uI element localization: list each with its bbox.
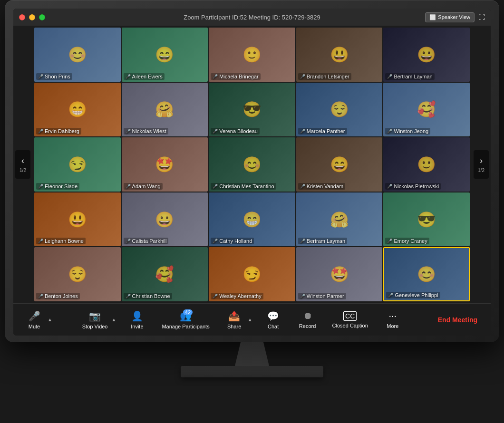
toolbar-center: 📷 Stop Video ▲ 👤 Invite 👥 42 (52, 308, 432, 331)
participant-label: 🎤Ervin Dahlberg (36, 128, 81, 135)
video-cell[interactable]: 🤩🎤Adam Wang (122, 137, 208, 192)
mute-chevron-icon[interactable]: ▲ (48, 317, 52, 322)
video-cell[interactable]: 😏🎤Wesley Abernathy (209, 247, 295, 301)
participant-label: 🎤Winston Jeong (385, 128, 430, 135)
toolbar-right: End Meeting (432, 312, 483, 327)
record-button[interactable]: ⏺ Record (294, 308, 321, 331)
mic-icon: 🎤 (387, 129, 392, 134)
stop-video-button[interactable]: 📷 Stop Video (78, 308, 112, 331)
video-cell[interactable]: 😊🎤Genevieve Philippi (383, 247, 470, 301)
left-page-indicator: 1/2 (19, 168, 26, 173)
record-icon: ⏺ (303, 310, 312, 321)
manage-participants-button[interactable]: 👥 42 Manage Participants (158, 308, 213, 331)
video-cell[interactable]: 😀🎤Bertram Layman (383, 28, 470, 82)
participant-name: Adam Wang (132, 183, 161, 189)
fullscreen-icon[interactable]: ⛶ (478, 13, 485, 21)
microphone-icon: 🎤 (29, 310, 40, 322)
participant-name: Emory Craney (394, 238, 427, 244)
video-cell[interactable]: 😏🎤Eleonor Slade (34, 137, 121, 192)
participant-name: Shon Prins (45, 74, 70, 79)
chat-icon: 💬 (267, 310, 279, 322)
mic-icon: 🎤 (126, 239, 131, 243)
closed-caption-button[interactable]: CC Closed Caption (329, 309, 372, 330)
video-cell[interactable]: 😄🎤Aileen Ewers (122, 28, 208, 82)
video-cell[interactable]: 😃🎤Leighann Bowne (34, 192, 121, 247)
mic-icon: 🎤 (213, 239, 218, 243)
share-chevron-icon[interactable]: ▲ (248, 317, 252, 322)
end-meeting-button[interactable]: End Meeting (432, 312, 483, 327)
participant-label: 🎤Christian Bowne (124, 293, 172, 299)
mic-icon: 🎤 (38, 239, 43, 243)
video-cell[interactable]: 😎🎤Verena Bilodeau (209, 83, 295, 137)
participants-count-badge: 42 (183, 309, 193, 315)
participant-name: Nickolas Pietrowski (394, 183, 439, 189)
video-cell[interactable]: 🥰🎤Winston Jeong (383, 83, 470, 137)
record-label: Record (299, 323, 316, 329)
video-cell[interactable]: 😄🎤Kristen Vandam (296, 137, 383, 192)
video-cell[interactable]: 🤗🎤Nickolas Wiest (122, 83, 208, 137)
video-cell[interactable]: 🤩🎤Winston Parmer (296, 247, 383, 301)
participant-name: Kristen Vandam (307, 183, 343, 189)
video-cell[interactable]: 😌🎤Benton Joines (34, 247, 121, 301)
more-button[interactable]: ··· More (379, 308, 406, 331)
participant-label: 🎤Emory Craney (385, 238, 429, 244)
mic-icon: 🎤 (387, 74, 392, 79)
participant-label: 🎤Leighann Bowne (36, 238, 86, 244)
video-cell[interactable]: 😀🎤Calista Parkhill (122, 192, 208, 247)
participant-name: Christian Mes Tarantino (219, 183, 274, 189)
traffic-lights (19, 14, 45, 20)
monitor-screen: Zoom Participant ID:52 Meeting ID: 520-7… (13, 9, 491, 336)
mic-icon: 🎤 (213, 184, 218, 189)
video-cell[interactable]: 😎🎤Emory Craney (383, 192, 470, 247)
mic-icon: 🎤 (300, 74, 305, 79)
share-button[interactable]: 📤 Share (221, 308, 248, 331)
monitor-outer: Zoom Participant ID:52 Meeting ID: 520-7… (0, 0, 504, 423)
invite-icon: 👤 (131, 310, 143, 322)
mic-icon: 🎤 (300, 239, 305, 243)
participant-label: 🎤Calista Parkhill (124, 238, 169, 244)
mute-button[interactable]: 🎤 Mute (21, 308, 48, 331)
video-cell[interactable]: 😌🎤Marcela Panther (296, 83, 383, 137)
participant-name: Ervin Dahlberg (45, 128, 79, 134)
toolbar: 🎤 Mute ▲ 📷 Stop Video ▲ 👤 (13, 303, 491, 336)
invite-label: Invite (131, 324, 143, 329)
video-cell[interactable]: 🤗🎤Bertram Layman (296, 192, 383, 247)
minimize-button[interactable] (29, 14, 35, 20)
top-right-controls: ⬜ Speaker View ⛶ (425, 12, 485, 22)
mic-icon: 🎤 (387, 184, 392, 189)
participant-label: 🎤Nickolas Pietrowski (385, 183, 441, 190)
participant-name: Cathy Holland (219, 238, 252, 244)
monitor-stand-neck (223, 342, 281, 366)
participant-label: 🎤Marcela Panther (298, 128, 347, 135)
video-cell[interactable]: 🥰🎤Christian Bowne (122, 247, 208, 301)
chevron-left-icon: ‹ (21, 156, 24, 166)
participant-label: 🎤Verena Bilodeau (211, 128, 260, 135)
participant-name: Aileen Ewers (132, 74, 163, 79)
participant-label: 🎤Christian Mes Tarantino (211, 183, 276, 190)
participant-label: 🎤Benton Joines (36, 293, 80, 299)
monitor-stand-base (181, 366, 323, 377)
fullscreen-button[interactable] (39, 14, 45, 20)
chevron-right-icon: › (480, 156, 483, 166)
close-button[interactable] (19, 14, 25, 20)
video-cell[interactable]: 😁🎤Ervin Dahlberg (34, 83, 121, 137)
participant-label: 🎤Winston Parmer (298, 293, 346, 299)
video-chevron-icon[interactable]: ▲ (111, 317, 116, 322)
mic-icon: 🎤 (126, 129, 131, 134)
video-cell[interactable]: 🙂🎤Micaela Brinegar (209, 28, 295, 82)
nav-previous-button[interactable]: ‹ 1/2 (15, 150, 30, 179)
mic-icon: 🎤 (126, 294, 131, 298)
invite-button[interactable]: 👤 Invite (124, 308, 150, 331)
speaker-view-button[interactable]: ⬜ Speaker View (425, 12, 475, 22)
video-cell[interactable]: 😁🎤Cathy Holland (209, 192, 295, 247)
nav-next-button[interactable]: › 1/2 (474, 150, 489, 179)
video-cell[interactable]: 😊🎤Christian Mes Tarantino (209, 137, 295, 192)
video-area: ‹ 1/2 😊🎤Shon Prins😄🎤Aileen Ewers🙂🎤Micael… (13, 26, 491, 303)
chat-label: Chat (268, 324, 279, 329)
chat-button[interactable]: 💬 Chat (260, 308, 287, 331)
video-cell[interactable]: 😃🎤Brandon Letsinger (296, 28, 383, 82)
video-cell[interactable]: 😊🎤Shon Prins (34, 28, 121, 82)
participant-label: 🎤Bertram Layman (385, 73, 434, 80)
video-cell[interactable]: 🙂🎤Nickolas Pietrowski (383, 137, 470, 192)
mic-icon: 🎤 (300, 294, 305, 298)
